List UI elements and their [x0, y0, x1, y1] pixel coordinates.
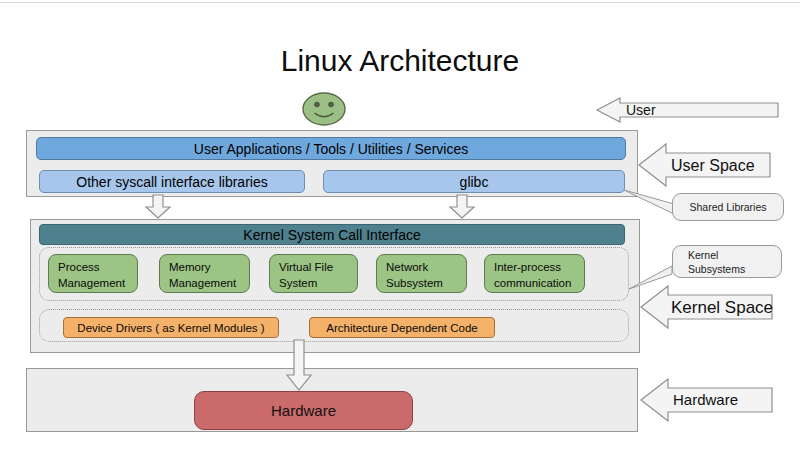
- user-applications-bar: User Applications / Tools / Utilities / …: [36, 137, 626, 160]
- diagram-title: Linux Architecture: [0, 44, 800, 78]
- glibc-label: glibc: [460, 174, 489, 190]
- kernel-subsystems-callout: Kernel Subsystems: [672, 245, 782, 278]
- hardware-box-label: Hardware: [271, 402, 336, 419]
- down-arrow-left-icon: [144, 195, 172, 219]
- user-space-container: User Applications / Tools / Utilities / …: [26, 130, 638, 197]
- glibc-box: glibc: [323, 170, 625, 193]
- subsystem-process-management: Process Management: [48, 254, 138, 293]
- other-syscall-libraries-box: Other syscall interface libraries: [39, 170, 305, 193]
- kernel-space-arrow-label: Kernel Space: [640, 283, 778, 331]
- user-applications-label: User Applications / Tools / Utilities / …: [194, 141, 468, 157]
- user-label: User: [626, 102, 656, 118]
- kernel-space-container: Kernel System Call Interface Process Man…: [30, 219, 640, 353]
- architecture-dependent-code-box: Architecture Dependent Code: [309, 317, 495, 338]
- hardware-label: Hardware: [673, 391, 738, 408]
- device-drivers-box: Device Drivers ( as Kernel Modules ): [63, 317, 279, 338]
- other-syscall-libraries-label: Other syscall interface libraries: [76, 174, 267, 190]
- shared-libraries-callout: Shared Libraries: [672, 193, 784, 221]
- kernel-syscall-interface-label: Kernel System Call Interface: [243, 227, 420, 243]
- shared-libraries-connector: [622, 188, 678, 218]
- smiley-face-icon: [301, 91, 347, 132]
- shared-libraries-label: Shared Libraries: [689, 201, 766, 213]
- kernel-syscall-interface-bar: Kernel System Call Interface: [39, 224, 625, 245]
- down-arrow-right-icon: [448, 195, 476, 219]
- down-arrow-hardware-icon: [284, 340, 314, 392]
- subsystem-memory-management: Memory Management: [159, 254, 250, 293]
- hardware-box: Hardware: [194, 391, 413, 430]
- subsystem-network-subsystem: Network Subsystem: [376, 254, 467, 293]
- kernel-space-label: Kernel Space: [671, 298, 773, 317]
- hardware-arrow-label: Hardware: [640, 376, 778, 424]
- user-arrow-label: User: [596, 96, 780, 124]
- linux-architecture-diagram: Linux Architecture User Applications / T…: [0, 0, 800, 452]
- user-space-label: User Space: [671, 157, 755, 174]
- user-space-arrow-label: User Space: [638, 141, 776, 189]
- top-divider: [0, 2, 800, 3]
- subsystem-interprocess-communication: Inter-process communication: [484, 254, 585, 293]
- subsystem-virtual-file-system: Virtual File System: [269, 254, 358, 293]
- kernel-subsystems-label: Kernel Subsystems: [688, 249, 758, 276]
- hardware-container: Hardware: [26, 368, 638, 432]
